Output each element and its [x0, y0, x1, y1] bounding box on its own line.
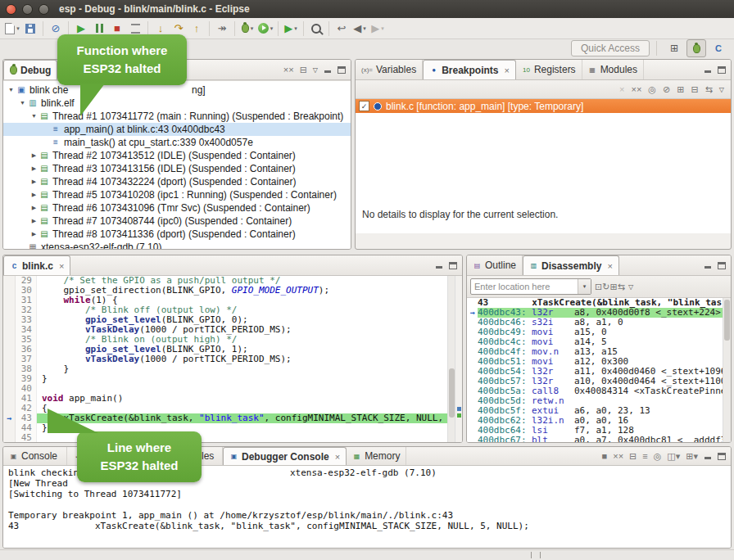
collapsed-arrow-icon[interactable]: ▶: [29, 215, 39, 228]
collapse-all-icon[interactable]: ⊟: [300, 65, 307, 75]
collapsed-arrow-icon[interactable]: ▶: [29, 228, 39, 241]
maximize-view-button[interactable]: [718, 66, 726, 74]
collapsed-arrow-icon[interactable]: ▶: [29, 162, 39, 175]
scrollbar-thumb[interactable]: [724, 300, 730, 341]
maximize-view-button[interactable]: [718, 262, 726, 269]
combo-dropdown-icon[interactable]: ▾: [578, 279, 591, 294]
refresh-icon[interactable]: ↻: [602, 282, 609, 292]
minimize-view-button[interactable]: [324, 66, 332, 74]
save-button[interactable]: [22, 20, 39, 38]
debug-tree-row[interactable]: ≡main_task() at cpu_start.c:339 0x400d05…: [3, 136, 351, 149]
view-menu-icon[interactable]: ▽: [313, 66, 318, 74]
disassembly-content[interactable]: 43 xTaskCreate(&blink_task, "blink_tas→4…: [467, 298, 731, 443]
view-tab-variables[interactable]: (x)=Variables: [356, 60, 423, 79]
scrollbar-thumb[interactable]: [449, 368, 455, 418]
debug-tree-row[interactable]: ≡app_main() at blink.c:43 0x400dbc43: [3, 123, 351, 136]
minimize-view-button[interactable]: [704, 453, 712, 460]
view-menu-icon[interactable]: ▽: [628, 283, 633, 291]
forward-button[interactable]: ▶▾: [369, 20, 386, 38]
show-breakpoints-for-selection-icon[interactable]: ◎: [648, 84, 656, 95]
debug-tree-row[interactable]: ▶▤Thread #4 1073432224 (dport) (Suspende…: [3, 175, 351, 188]
back-button[interactable]: ◀▾: [351, 20, 368, 38]
instruction-pointer-icon[interactable]: →: [3, 413, 16, 423]
display-selected-console-icon[interactable]: ◫▾: [667, 451, 680, 462]
view-tab-outline[interactable]: ▤Outline: [467, 255, 523, 275]
debug-tree-row[interactable]: ▶▤Thread #5 1073410208 (ipc1 : Running) …: [3, 188, 351, 201]
view-tab-registers[interactable]: 10Registers: [516, 60, 582, 79]
view-tab-disassembly[interactable]: ▥Disassembly×: [523, 255, 619, 275]
view-tab-modules[interactable]: ▦Modules: [582, 60, 644, 79]
debug-tree-row[interactable]: ▶▤Thread #3 1073413156 (IDLE) (Suspended…: [3, 162, 351, 175]
expanded-arrow-icon[interactable]: ▼: [7, 84, 16, 97]
code-line[interactable]: 41void app_main(): [3, 394, 462, 404]
open-perspective-button[interactable]: ⊞: [665, 40, 683, 56]
tab-blink-c[interactable]: c blink.c ×: [3, 255, 70, 275]
debug-tree-row[interactable]: ▦xtensa-esp32-elf-gdb (7.10): [3, 241, 351, 250]
external-tools-button[interactable]: ▶▾: [283, 20, 299, 38]
minimize-view-button[interactable]: [435, 262, 443, 269]
tab-debug[interactable]: Debug: [3, 60, 57, 79]
debug-tree-row[interactable]: ▼▣blink cheng]: [3, 84, 351, 97]
link-with-debug-view-icon[interactable]: ⇆: [705, 84, 713, 95]
minimize-view-button[interactable]: [704, 66, 712, 74]
view-tab-debugger-console[interactable]: ▣Debugger Console×: [223, 447, 347, 465]
debug-tree-row[interactable]: ▶▤Thread #7 1073408744 (ipc0) (Suspended…: [3, 215, 351, 228]
code-line[interactable]: 39}: [3, 374, 462, 384]
last-edit-location-button[interactable]: ↩: [333, 20, 350, 38]
terminate-icon[interactable]: ■: [602, 451, 608, 461]
location-input[interactable]: Enter location here: [471, 282, 578, 291]
remove-all-launches-icon[interactable]: ××: [613, 451, 623, 461]
disassembly-scrollbar[interactable]: [723, 298, 731, 443]
debug-tree-row[interactable]: ▶▤Thread #2 1073413512 (IDLE) (Suspended…: [3, 149, 351, 162]
open-console-icon[interactable]: ⊞▾: [686, 451, 698, 462]
remove-breakpoint-icon[interactable]: ×: [619, 84, 624, 94]
scroll-lock-icon[interactable]: ≡: [642, 451, 647, 461]
run-button[interactable]: ▾: [257, 20, 274, 38]
overview-ruler[interactable]: [455, 276, 462, 443]
close-window-button[interactable]: [6, 4, 16, 15]
expand-all-icon[interactable]: ⊞: [677, 84, 684, 95]
debug-thread-tree[interactable]: ▼▣blink cheng]▼▥blink.elf▼▤Thread #1 107…: [3, 80, 351, 250]
location-combo[interactable]: Enter location here ▾: [470, 278, 591, 295]
code-line[interactable]: 38 }: [3, 364, 462, 374]
collapsed-arrow-icon[interactable]: ▶: [29, 175, 39, 188]
view-tab-console[interactable]: ▣Console: [3, 447, 67, 465]
breakpoint-row[interactable]: ✓ blink.c [function: app_main] [type: Te…: [356, 99, 731, 113]
maximize-view-button[interactable]: [338, 66, 346, 74]
view-menu-icon[interactable]: ▽: [719, 86, 724, 93]
maximize-view-button[interactable]: [718, 453, 726, 460]
goto-pc-icon[interactable]: ⊡: [595, 282, 602, 292]
line-number[interactable]: 45: [16, 433, 37, 443]
sync-with-active-context-icon[interactable]: ⇆: [618, 282, 625, 292]
close-tab-icon[interactable]: ×: [59, 261, 64, 271]
minimize-window-button[interactable]: [22, 4, 33, 15]
skip-all-breakpoints-icon[interactable]: ⊘: [663, 84, 670, 95]
debug-button[interactable]: ▾: [239, 20, 256, 38]
expanded-arrow-icon[interactable]: ▼: [18, 97, 27, 110]
cpp-perspective-button[interactable]: C: [709, 40, 727, 56]
close-tab-icon[interactable]: ×: [607, 261, 612, 271]
code-line[interactable]: 37 vTaskDelay(1000 / portTICK_PERIOD_MS)…: [3, 355, 462, 364]
breakpoint-checkbox[interactable]: ✓: [359, 101, 369, 111]
collapsed-arrow-icon[interactable]: ▶: [29, 188, 39, 201]
close-tab-icon[interactable]: ×: [505, 65, 510, 75]
collapsed-arrow-icon[interactable]: ▶: [29, 149, 39, 162]
debug-tree-row[interactable]: ▶▤Thread #8 1073411336 (dport) (Suspende…: [3, 228, 351, 241]
expanded-arrow-icon[interactable]: ▼: [29, 110, 39, 123]
debug-tree-row[interactable]: ▶▤Thread #6 1073431096 (Tmr Svc) (Suspen…: [3, 201, 351, 215]
remove-all-breakpoints-icon[interactable]: ××: [632, 84, 642, 94]
remove-all-terminated-icon[interactable]: ××: [283, 65, 294, 75]
disasm-row[interactable]: 400dbc67:blta0, a7, 0x400dbc81 <__adddf3…: [467, 436, 731, 443]
code-line[interactable]: 45: [3, 433, 462, 443]
collapsed-arrow-icon[interactable]: ▶: [29, 201, 39, 215]
view-tab-breakpoints[interactable]: ●Breakpoints×: [423, 60, 516, 79]
pin-console-icon[interactable]: ◎: [654, 451, 662, 462]
maximize-window-button[interactable]: [39, 4, 49, 15]
debug-tree-row[interactable]: ▼▥blink.elf: [3, 97, 351, 110]
minimize-view-button[interactable]: [704, 262, 712, 269]
close-tab-icon[interactable]: ×: [335, 452, 340, 462]
debug-tree-row[interactable]: ▼▤Thread #1 1073411772 (main : Running) …: [3, 110, 351, 123]
new-wizard-button[interactable]: ▾: [4, 20, 20, 38]
step-return-button[interactable]: ↑: [188, 20, 205, 38]
view-tab-memory[interactable]: ▦Memory: [347, 447, 406, 465]
